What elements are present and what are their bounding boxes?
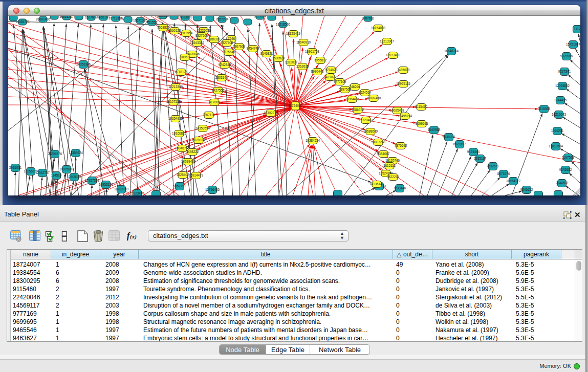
svg-text:18325419: 18325419 [286, 32, 301, 35]
svg-text:14055721: 14055721 [15, 20, 30, 24]
svg-text:12213369: 12213369 [168, 85, 183, 89]
svg-text:9384067: 9384067 [377, 152, 390, 156]
svg-text:1640958: 1640958 [428, 128, 441, 132]
svg-text:9245652: 9245652 [520, 188, 533, 191]
svg-text:16671385: 16671385 [133, 18, 148, 22]
svg-text:16914479: 16914479 [189, 173, 204, 177]
svg-text:9327508: 9327508 [221, 41, 233, 45]
svg-text:9777109: 9777109 [334, 80, 346, 83]
svg-text:16648784: 16648784 [444, 49, 459, 53]
svg-text:2087682: 2087682 [362, 16, 375, 20]
svg-text:7632611: 7632611 [487, 164, 499, 168]
svg-text:16120746: 16120746 [385, 159, 400, 162]
svg-text:9794028: 9794028 [325, 68, 338, 72]
svg-text:19218506: 19218506 [276, 23, 291, 26]
svg-text:9329966: 9329966 [560, 54, 573, 58]
svg-text:8471676: 8471676 [497, 172, 510, 176]
svg-text:7485003: 7485003 [397, 68, 410, 72]
svg-text:2935114: 2935114 [474, 157, 487, 160]
svg-text:12342757: 12342757 [35, 171, 50, 174]
svg-text:10782759: 10782759 [114, 187, 129, 191]
svg-text:16107553: 16107553 [166, 100, 181, 103]
svg-text:9146821: 9146821 [260, 52, 273, 55]
svg-text:3875645: 3875645 [223, 50, 235, 54]
svg-text:9699695: 9699695 [416, 122, 428, 125]
svg-text:19384554: 19384554 [306, 139, 320, 142]
svg-text:8427552: 8427552 [212, 89, 225, 92]
svg-text:10953127: 10953127 [99, 183, 114, 186]
svg-text:10654985: 10654985 [168, 117, 183, 120]
svg-text:9115460: 9115460 [415, 105, 428, 108]
svg-text:7986372: 7986372 [352, 108, 364, 112]
svg-text:9474444: 9474444 [467, 150, 480, 154]
svg-text:14099489: 14099489 [181, 160, 196, 163]
svg-text:5938928: 5938928 [443, 135, 455, 139]
svg-text:19166825: 19166825 [172, 132, 187, 135]
svg-text:3624514: 3624514 [359, 91, 372, 94]
svg-text:1421022: 1421022 [324, 75, 337, 79]
svg-text:17957253: 17957253 [85, 179, 100, 182]
svg-text:9227341: 9227341 [558, 70, 571, 73]
svg-text:2867608: 2867608 [233, 45, 246, 48]
svg-text:3912954: 3912954 [180, 31, 193, 35]
svg-text:2718176: 2718176 [175, 70, 188, 74]
svg-text:417006: 417006 [209, 100, 220, 104]
svg-text:7955812: 7955812 [314, 58, 327, 62]
svg-text:8813014: 8813014 [254, 16, 267, 18]
svg-text:18724007: 18724007 [288, 104, 303, 107]
svg-text:20691406: 20691406 [36, 17, 51, 21]
svg-text:1362615: 1362615 [296, 64, 309, 68]
svg-text:13495794: 13495794 [398, 114, 412, 118]
svg-text:14136141: 14136141 [369, 182, 384, 186]
svg-text:3267130: 3267130 [203, 113, 215, 117]
svg-text:20053346: 20053346 [76, 62, 91, 66]
svg-text:8186328: 8186328 [208, 37, 221, 41]
svg-text:1322037: 1322037 [285, 60, 298, 64]
svg-text:12093832: 12093832 [555, 84, 570, 87]
svg-text:15720407: 15720407 [359, 118, 374, 122]
svg-text:114519: 114519 [51, 173, 62, 177]
svg-text:1733446: 1733446 [394, 186, 406, 190]
svg-text:9660128: 9660128 [168, 29, 181, 32]
svg-text:17359924: 17359924 [69, 151, 83, 155]
svg-text:20206576: 20206576 [48, 152, 62, 156]
svg-text:10025438: 10025438 [390, 108, 405, 112]
svg-text:7857274: 7857274 [216, 17, 229, 21]
svg-text:14353594: 14353594 [195, 126, 210, 130]
svg-text:1112: 1112 [574, 27, 580, 31]
svg-text:10154808: 10154808 [371, 26, 386, 30]
svg-text:16033809: 16033809 [178, 16, 193, 19]
svg-text:98963: 98963 [180, 55, 189, 59]
svg-text:16210643: 16210643 [552, 113, 567, 116]
svg-text:1615112: 1615112 [383, 164, 396, 167]
svg-text:3498222: 3498222 [186, 150, 199, 154]
svg-text:(x): (x) [130, 233, 137, 240]
svg-text:16961758: 16961758 [305, 50, 320, 53]
svg-text:9245652: 9245652 [559, 168, 572, 171]
svg-text:12505135: 12505135 [67, 175, 82, 179]
svg-text:17010504: 17010504 [549, 144, 563, 148]
svg-text:8454749: 8454749 [247, 47, 259, 50]
svg-text:11923446: 11923446 [130, 191, 144, 195]
svg-text:10973493: 10973493 [386, 53, 401, 57]
svg-text:10719185: 10719185 [108, 16, 123, 20]
svg-text:15226058: 15226058 [197, 29, 211, 32]
svg-text:6897568: 6897568 [339, 87, 352, 91]
svg-text:1527602: 1527602 [85, 16, 98, 19]
svg-text:7375692: 7375692 [395, 144, 407, 147]
svg-text:3522214: 3522214 [387, 175, 400, 179]
svg-text:7663822: 7663822 [157, 16, 169, 17]
svg-text:9242848: 9242848 [219, 63, 231, 67]
svg-text:9657791: 9657791 [173, 184, 186, 188]
svg-text:1244415: 1244415 [554, 98, 567, 102]
svg-text:1167533: 1167533 [562, 156, 575, 159]
svg-text:15751074: 15751074 [566, 42, 580, 46]
svg-text:10807488: 10807488 [366, 96, 381, 100]
svg-text:3215938: 3215938 [538, 107, 551, 111]
svg-text:10688609: 10688609 [363, 129, 378, 133]
svg-text:10653267: 10653267 [59, 16, 74, 18]
svg-text:10975887: 10975887 [59, 167, 74, 171]
svg-text:15716485: 15716485 [205, 188, 220, 191]
svg-text:9327500: 9327500 [195, 34, 208, 37]
svg-text:6679197: 6679197 [453, 142, 466, 146]
